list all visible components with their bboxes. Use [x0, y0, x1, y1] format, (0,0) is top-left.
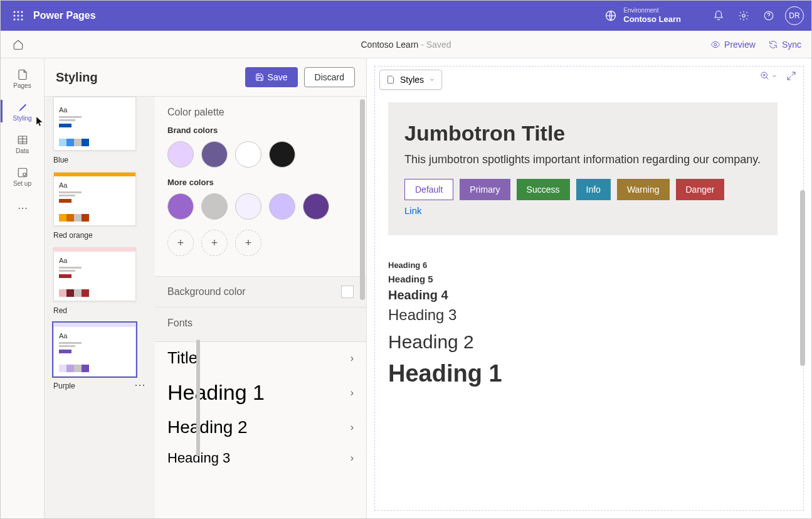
heading-5: Heading 5 [388, 274, 778, 284]
jumbotron: Jumbotron Title This jumbotron spotlight… [388, 102, 778, 235]
svg-point-6 [14, 19, 16, 21]
preview-button[interactable]: Preview [710, 40, 756, 50]
add-color-1[interactable]: + [167, 230, 194, 256]
env-label: Environment [623, 7, 681, 14]
success-button[interactable]: Success [517, 179, 570, 200]
styles-dropdown[interactable]: Styles [379, 70, 442, 90]
sync-icon [768, 40, 778, 50]
scrollbar[interactable] [800, 190, 805, 366]
preview-canvas: Styles Jumbotron Title This jumbotron sp… [367, 58, 811, 518]
heading-3: Heading 3 [388, 306, 778, 324]
breadcrumb: Contoso Learn - Saved [361, 40, 451, 50]
command-bar: Contoso Learn - Saved Preview Sync [1, 31, 811, 58]
svg-point-8 [21, 19, 23, 21]
svg-point-7 [18, 19, 19, 21]
add-color-2[interactable]: + [201, 230, 228, 256]
styling-panel: Styling Save Discard Aa Blue Aa Red oran… [45, 58, 367, 518]
scrollbar[interactable] [360, 99, 365, 300]
font-h2-row[interactable]: Heading 2› [155, 411, 366, 444]
page-icon [386, 75, 395, 84]
background-color-row[interactable]: Background color [155, 277, 366, 308]
eye-icon [710, 40, 720, 50]
brush-icon [16, 101, 29, 114]
brand-swatch-4[interactable] [269, 141, 295, 168]
heading-samples: Heading 6 Heading 5 Heading 4 Heading 3 … [388, 260, 778, 387]
color-palette-title: Color palette [167, 107, 354, 118]
font-h3-row[interactable]: Heading 3› [155, 444, 366, 473]
nav-data[interactable]: Data [1, 127, 44, 160]
app-title: Power Pages [33, 10, 96, 21]
zoom-button[interactable] [760, 71, 778, 81]
theme-more-icon[interactable]: ⋯ [134, 378, 146, 392]
discard-button[interactable]: Discard [304, 67, 355, 87]
chevron-down-icon [429, 77, 435, 83]
svg-point-1 [18, 11, 19, 13]
globe-icon [604, 9, 617, 22]
settings-icon[interactable] [731, 3, 756, 28]
styling-title: Styling [56, 70, 239, 85]
style-settings: Color palette Brand colors More colors [155, 97, 366, 518]
more-swatch-3[interactable] [235, 193, 261, 220]
svg-point-2 [21, 11, 23, 13]
svg-point-3 [14, 15, 16, 17]
warning-button[interactable]: Warning [617, 179, 670, 200]
more-swatch-2[interactable] [201, 193, 228, 220]
theme-red[interactable]: Aa Red [53, 247, 146, 315]
background-swatch[interactable] [341, 286, 354, 298]
expand-icon[interactable] [786, 71, 796, 81]
save-button[interactable]: Save [245, 67, 298, 87]
environment-picker[interactable]: Environment Contoso Learn [604, 7, 681, 24]
jumbotron-text: This jumbotron spotlights important info… [404, 152, 761, 168]
sync-button[interactable]: Sync [768, 40, 801, 50]
font-h1-row[interactable]: Heading 1› [155, 374, 366, 411]
theme-red-orange[interactable]: Aa Red orange [53, 172, 146, 240]
site-name: Contoso Learn [361, 40, 419, 50]
fonts-title: Fonts [167, 318, 354, 329]
more-swatch-1[interactable] [167, 193, 194, 220]
more-swatch-4[interactable] [269, 193, 295, 220]
user-avatar[interactable]: DR [785, 6, 804, 25]
brand-colors-label: Brand colors [167, 126, 354, 135]
primary-button[interactable]: Primary [460, 179, 510, 200]
home-icon[interactable] [11, 37, 26, 52]
heading-1: Heading 1 [388, 360, 778, 387]
nav-pages[interactable]: Pages [1, 62, 44, 95]
add-color-3[interactable]: + [235, 230, 261, 256]
waffle-icon[interactable] [8, 6, 28, 26]
svg-point-0 [14, 11, 16, 13]
scrollbar[interactable] [196, 340, 200, 456]
nav-more[interactable]: ⋯ [1, 195, 44, 220]
setup-icon [16, 166, 29, 179]
theme-list[interactable]: Aa Blue Aa Red orange Aa Red Aa Purple ⋯ [45, 97, 155, 518]
font-title-row[interactable]: Title› [155, 342, 366, 374]
nav-setup[interactable]: Set up [1, 160, 44, 193]
info-button[interactable]: Info [576, 179, 611, 200]
brand-swatch-2[interactable] [201, 141, 228, 168]
theme-purple[interactable]: Aa Purple ⋯ [53, 323, 146, 390]
danger-button[interactable]: Danger [676, 179, 725, 200]
heading-2: Heading 2 [388, 331, 778, 353]
brand-swatch-1[interactable] [167, 141, 194, 168]
heading-6: Heading 6 [388, 260, 778, 270]
save-icon [255, 73, 264, 82]
brand-swatch-3[interactable] [235, 141, 261, 168]
default-button[interactable]: Default [404, 179, 453, 200]
theme-blue[interactable]: Aa Blue [53, 97, 146, 164]
chevron-right-icon: › [351, 387, 354, 399]
help-icon[interactable] [756, 3, 781, 28]
nav-styling[interactable]: Styling [1, 95, 44, 127]
page-icon [16, 68, 29, 81]
left-nav: Pages Styling Data Set up ⋯ [1, 58, 45, 518]
notifications-icon[interactable] [706, 3, 731, 28]
more-colors-label: More colors [167, 178, 354, 187]
svg-point-10 [742, 14, 746, 18]
app-header: Power Pages Environment Contoso Learn DR [1, 1, 811, 31]
chevron-right-icon: › [351, 422, 354, 433]
chevron-right-icon: › [351, 353, 354, 364]
heading-4: Heading 4 [388, 288, 778, 302]
svg-point-15 [23, 173, 26, 176]
link-example[interactable]: Link [404, 205, 422, 216]
chevron-right-icon: › [351, 452, 354, 464]
svg-point-5 [21, 15, 23, 17]
more-swatch-5[interactable] [303, 193, 329, 220]
